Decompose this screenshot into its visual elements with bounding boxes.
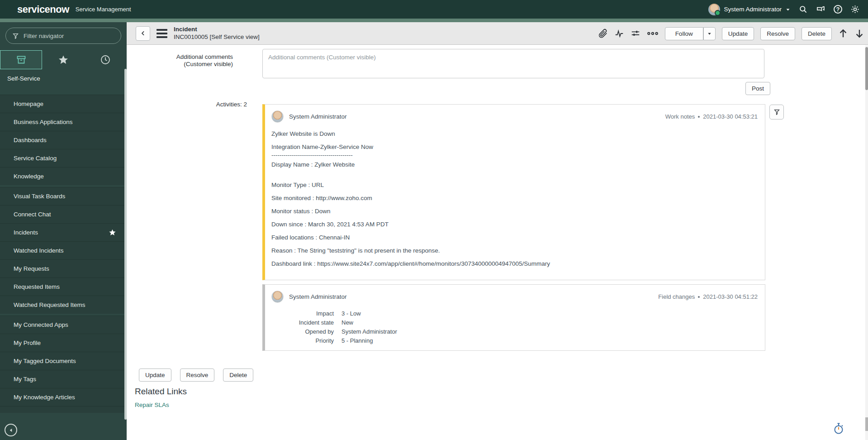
follow-dropdown-button[interactable] bbox=[703, 27, 716, 40]
activity-author: System Administrator bbox=[289, 113, 347, 120]
field-change-row: Incident state New bbox=[265, 318, 765, 327]
sidebar-item-my-tagged-documents[interactable]: My Tagged Documents bbox=[0, 352, 124, 370]
work-note-line: Zylker Website is Down bbox=[271, 130, 758, 138]
sidebar-item-incidents[interactable]: Incidents bbox=[0, 223, 124, 241]
attachment-icon[interactable] bbox=[598, 29, 608, 38]
archive-box-icon bbox=[16, 54, 27, 65]
user-name: System Administrator bbox=[724, 6, 782, 13]
sidebar-item-my-connected-apps[interactable]: My Connected Apps bbox=[0, 316, 124, 334]
work-note-line: Failed locations : Chennai-IN bbox=[271, 234, 758, 241]
comments-label: Additional comments (Customer visible) bbox=[154, 53, 233, 68]
avatar bbox=[271, 291, 284, 303]
sidebar-scrollbar[interactable] bbox=[124, 69, 127, 420]
filter-navigator-box[interactable] bbox=[5, 28, 121, 44]
work-note-line: Integration Name-Zylker-Service Now bbox=[271, 143, 758, 151]
related-links-title: Related Links bbox=[135, 387, 187, 397]
sidebar-item-my-knowledge-articles[interactable]: My Knowledge Articles bbox=[0, 388, 124, 406]
sidebar-item-requested-items[interactable]: Requested Items bbox=[0, 277, 124, 296]
user-menu[interactable]: System Administrator bbox=[708, 4, 791, 15]
sidebar-tabs bbox=[0, 50, 127, 69]
more-options-icon[interactable] bbox=[647, 29, 659, 38]
sidebar-collapse-button[interactable] bbox=[5, 424, 17, 436]
update-button[interactable]: Update bbox=[722, 27, 754, 40]
work-note-line: Dashboard link : https://www.site24x7.co… bbox=[271, 260, 758, 268]
comments-input[interactable] bbox=[262, 49, 764, 78]
field-change-row: Impact 3 - Low bbox=[265, 309, 765, 318]
next-record-icon[interactable] bbox=[854, 29, 864, 38]
field-change-row: Opened by System Administrator bbox=[265, 327, 765, 336]
sidebar-item-my-tags[interactable]: My Tags bbox=[0, 370, 124, 388]
favorite-star-icon[interactable] bbox=[109, 229, 116, 236]
gear-icon[interactable] bbox=[850, 5, 860, 14]
delete-button[interactable]: Delete bbox=[223, 368, 253, 382]
activity-entry-field-changes: System Administrator Field changes 2021-… bbox=[262, 284, 765, 351]
sidebar-item-connect-chat[interactable]: Connect Chat bbox=[0, 205, 124, 223]
funnel-icon bbox=[773, 108, 780, 116]
repair-slas-link[interactable]: Repair SLAs bbox=[135, 402, 169, 408]
work-note-line: Site monitored : http://www.zoho.com bbox=[271, 195, 758, 202]
top-banner: servicenow Service Management System Adm… bbox=[0, 0, 868, 19]
search-icon[interactable] bbox=[799, 5, 807, 14]
work-note-line: Monitor status : Down bbox=[271, 208, 758, 215]
sidebar-item-visual-task-boards[interactable]: Visual Task Boards bbox=[0, 187, 124, 205]
activity-kind: Field changes bbox=[658, 293, 695, 300]
main-scrollbar[interactable] bbox=[865, 45, 868, 440]
help-icon[interactable]: ? bbox=[834, 5, 842, 14]
sidebar-section-label[interactable]: Self-Service bbox=[0, 69, 127, 87]
activities-count: Activities: 2 bbox=[154, 101, 247, 108]
sidebar-item-service-catalog[interactable]: Service Catalog bbox=[0, 149, 124, 167]
previous-record-icon[interactable] bbox=[838, 29, 848, 38]
work-note-line: Monitor Type : URL bbox=[271, 182, 758, 189]
work-note-line: Reason : The String "teststring" is not … bbox=[271, 247, 758, 254]
personalize-icon[interactable] bbox=[631, 29, 640, 38]
sidebar-item-watched-requested-items[interactable]: Watched Requested Items bbox=[0, 296, 124, 314]
main-scrollbar-bottom bbox=[865, 417, 868, 431]
back-button[interactable] bbox=[136, 26, 150, 41]
activity-author: System Administrator bbox=[289, 293, 347, 300]
star-icon bbox=[58, 54, 69, 65]
response-time-icon[interactable] bbox=[833, 422, 844, 435]
work-note-body: Zylker Website is Down Integration Name-… bbox=[265, 123, 765, 268]
activity-filter-button[interactable] bbox=[769, 105, 784, 120]
resolve-button[interactable]: Resolve bbox=[760, 27, 795, 40]
update-button[interactable]: Update bbox=[139, 368, 171, 382]
form-context-menu-icon[interactable] bbox=[157, 29, 167, 38]
accent-strip bbox=[0, 19, 868, 22]
sidebar-item-knowledge[interactable]: Knowledge bbox=[0, 167, 124, 185]
resolve-button[interactable]: Resolve bbox=[180, 368, 215, 382]
avatar bbox=[271, 110, 284, 123]
tab-all-applications[interactable] bbox=[0, 50, 42, 69]
sidebar-menu: Homepage Business Applications Dashboard… bbox=[0, 95, 124, 413]
sidebar-item-my-profile[interactable]: My Profile bbox=[0, 334, 124, 352]
tab-history[interactable] bbox=[85, 50, 127, 69]
chevron-left-icon bbox=[140, 30, 146, 36]
field-changes-list: Impact 3 - Low Incident state New Opened… bbox=[265, 303, 765, 345]
main-scrollbar-thumb[interactable] bbox=[865, 47, 868, 90]
activity-stream-icon[interactable] bbox=[614, 29, 624, 38]
follow-split-button: Follow bbox=[665, 27, 716, 40]
follow-button[interactable]: Follow bbox=[665, 27, 703, 40]
activity-entry-work-notes: System Administrator Work notes 2021-03-… bbox=[262, 104, 765, 280]
delete-button[interactable]: Delete bbox=[802, 27, 832, 40]
activity-timestamp: 2021-03-30 04:51:22 bbox=[703, 293, 758, 300]
sidebar-item-my-requests[interactable]: My Requests bbox=[0, 259, 124, 277]
sidebar-item-business-applications[interactable]: Business Applications bbox=[0, 113, 124, 131]
sidebar-item-take-survey[interactable]: Take Survey bbox=[0, 406, 124, 413]
chat-icon[interactable] bbox=[816, 5, 825, 14]
tab-favorites[interactable] bbox=[42, 50, 84, 69]
record-title: Incident bbox=[174, 26, 260, 33]
activity-timestamp: 2021-03-30 04:53:21 bbox=[703, 113, 758, 120]
post-button[interactable]: Post bbox=[745, 82, 770, 95]
activity-kind: Work notes bbox=[665, 113, 695, 120]
sidebar-item-watched-incidents[interactable]: Watched Incidents bbox=[0, 241, 124, 259]
record-header: Incident INC0010005 [Self Service view] … bbox=[127, 22, 868, 45]
footer-actions: Update Resolve Delete bbox=[139, 368, 253, 382]
sidebar-item-dashboards[interactable]: Dashboards bbox=[0, 131, 124, 149]
avatar[interactable] bbox=[708, 4, 720, 15]
work-note-line: Display Name : Zylker Website bbox=[271, 161, 758, 168]
work-note-line: Down since : March 30, 2021 4:53 AM PDT bbox=[271, 221, 758, 228]
work-note-line: ---------------------------------------- bbox=[271, 153, 758, 157]
filter-navigator-input[interactable] bbox=[24, 33, 114, 39]
main-content: Incident INC0010005 [Self Service view] … bbox=[127, 22, 868, 440]
sidebar-item-homepage[interactable]: Homepage bbox=[0, 95, 124, 113]
